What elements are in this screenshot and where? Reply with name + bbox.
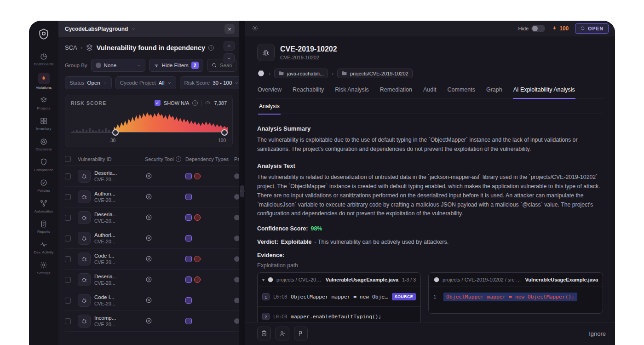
sidebar-item-violations[interactable]: Violations <box>29 70 58 93</box>
group-by-label: Group By <box>65 63 87 68</box>
code-line[interactable]: 2 L0:C0 mapper.enableDefaultTyping(); <box>258 307 420 322</box>
assign-user-button[interactable] <box>276 327 289 340</box>
table-row[interactable]: Incomp...CVE-20...or... <box>65 311 239 332</box>
row-checkbox[interactable] <box>65 277 71 283</box>
row-checkbox[interactable] <box>65 215 71 221</box>
tab-remediation[interactable]: Remediation <box>380 86 413 98</box>
vulnerability-name: Deseria... <box>94 170 117 176</box>
workspace-selector[interactable]: CycodeLabsPlayground <box>65 26 136 32</box>
tab-audit[interactable]: Audit <box>423 86 437 98</box>
source-file-panel: projects / CVE-2019-10202 / src / main /… <box>428 272 603 314</box>
sidebar-item-settings[interactable]: Settings <box>29 258 58 279</box>
automation-workflow-icon <box>40 199 48 208</box>
security-tool-icon <box>145 193 153 201</box>
tab-graph[interactable]: Graph <box>486 86 503 98</box>
risk-score-filter[interactable]: Risk Score 30 - 100 <box>180 76 239 89</box>
select-all-checkbox[interactable] <box>65 156 71 162</box>
row-checkbox[interactable] <box>65 173 71 179</box>
row-checkbox[interactable] <box>65 318 71 324</box>
sidebar-item-reports[interactable]: Reports <box>29 217 58 237</box>
risk-count-value: 100 <box>559 25 569 32</box>
sidebar-item-dev-activity[interactable]: Dev. Activity <box>29 237 58 258</box>
row-checkbox[interactable] <box>65 194 71 200</box>
dependency-type-badges <box>185 318 234 324</box>
check-icon: ✓ <box>156 101 160 105</box>
flag-button[interactable] <box>294 327 308 340</box>
purple-dependency-badge <box>185 173 192 179</box>
open-status-button[interactable]: OPEN <box>575 23 609 34</box>
tab-risk-analysis[interactable]: Risk Analysis <box>334 86 369 98</box>
dependency-type-badges <box>185 194 234 200</box>
table-row[interactable]: Code I...CVE-20...m... <box>65 249 239 270</box>
sidebar-item-policies[interactable]: Policies <box>29 176 58 196</box>
gear-icon <box>40 261 48 270</box>
status-filter[interactable]: Status Open <box>65 76 112 89</box>
package-icon <box>234 173 239 179</box>
row-checkbox[interactable] <box>65 236 71 242</box>
tab-overview[interactable]: Overview <box>257 86 282 98</box>
row-checkbox[interactable] <box>65 256 71 262</box>
sidebar-item-label: Violations <box>36 86 52 90</box>
table-row[interactable]: Deseria...CVE-20...lo... <box>65 270 239 290</box>
table-row[interactable]: Deseria...CVE-20...lo... <box>65 207 239 228</box>
project-filter[interactable]: Cycode Project All <box>115 76 176 89</box>
source-file-header: projects / CVE-2019-10202 / src / main /… <box>429 273 603 287</box>
risk-min-label[interactable]: 30 <box>110 138 115 143</box>
analysis-text-heading: Analysis Text <box>257 162 603 169</box>
group-by-select[interactable]: None <box>91 59 145 72</box>
dependency-type-badges <box>185 256 234 262</box>
path-chip[interactable]: projects/CVE-2019-10202 <box>337 69 413 78</box>
info-icon[interactable] <box>208 45 214 51</box>
purple-dependency-badge <box>185 318 192 324</box>
table-row[interactable]: Code I...CVE-20...m... <box>65 290 239 311</box>
security-tool-icon <box>145 234 153 242</box>
vulnerability-cve: CVE-20... <box>94 280 117 286</box>
caret-down-icon[interactable]: ▾ <box>262 277 264 282</box>
ignore-button[interactable]: Ignore <box>589 330 606 337</box>
hide-toggle-control[interactable]: Hide <box>518 25 546 32</box>
tab-reachability[interactable]: Reachability <box>292 86 324 98</box>
package-icon <box>234 256 239 262</box>
highlighted-code-line[interactable]: 1 ObjectMapper mapper = new ObjectMapper… <box>429 287 603 313</box>
resize-handle[interactable] <box>240 185 244 197</box>
tab-ai-exploitability-analysis[interactable]: AI Exploitability Analysis <box>513 86 575 98</box>
gear-icon[interactable] <box>252 25 259 32</box>
group-by-icon <box>96 63 101 68</box>
sidebar-item-inventory[interactable]: Inventory <box>29 114 58 134</box>
flame-icon <box>552 25 558 31</box>
subtab-bar: Analysis <box>257 98 603 114</box>
sidebar-item-automation[interactable]: Automation <box>29 196 58 217</box>
sidebar-item-label: Compliance <box>34 168 53 172</box>
table-row[interactable]: Deseria...CVE-20...o... <box>65 166 239 187</box>
bug-icon <box>78 211 91 224</box>
vulnerability-name: Code I... <box>94 294 115 300</box>
close-panel-button[interactable]: × <box>224 24 235 34</box>
sidebar-item-dashboards[interactable]: Dashboards <box>29 49 58 70</box>
code-filename: VulnerableUsageExample.java <box>326 277 399 282</box>
show-na-checkbox[interactable]: ✓ <box>155 100 161 106</box>
table-row[interactable]: Authori...CVE-20...or... <box>65 228 239 249</box>
risk-max-label[interactable]: 100 <box>218 138 226 143</box>
vulnerability-cve: CVE-20... <box>94 218 117 224</box>
tab-comments[interactable]: Comments <box>447 86 476 98</box>
info-icon[interactable] <box>176 156 181 162</box>
hide-filters-button[interactable]: Hide Filters 2 <box>149 59 203 72</box>
code-line[interactable]: 1 L0:C0 ObjectMapper mapper = new Object… <box>258 287 420 307</box>
next-result-button[interactable] <box>224 53 235 63</box>
row-checkbox[interactable] <box>65 298 71 304</box>
nav-rail: Dashboards Violations Projects Inventory… <box>29 21 58 345</box>
subtab-analysis[interactable]: Analysis <box>258 98 281 114</box>
prev-result-button[interactable] <box>224 41 235 51</box>
table-row[interactable]: Authori...CVE-20...or... <box>65 187 239 207</box>
cve-title: CVE-2019-10202 <box>280 45 337 53</box>
breadcrumb-sca[interactable]: SCA <box>65 44 77 51</box>
sidebar-item-compliance[interactable]: Compliance <box>29 155 58 176</box>
confidence-score-row: Confidence Score: 98% <box>257 225 603 232</box>
clipboard-add-button[interactable] <box>257 327 271 340</box>
sidebar-item-discovery[interactable]: Discovery <box>29 134 58 155</box>
hide-toggle[interactable] <box>531 25 545 32</box>
info-icon[interactable] <box>192 100 198 106</box>
sidebar-item-projects[interactable]: Projects <box>29 93 58 114</box>
repo-chip[interactable]: java-reachabili... <box>274 69 328 78</box>
red-dependency-badge <box>194 214 201 221</box>
